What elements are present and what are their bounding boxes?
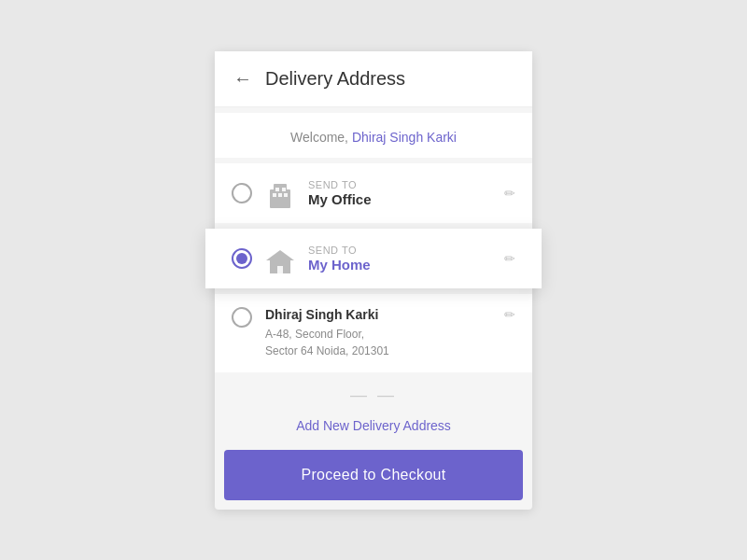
manual-address-info: Dhiraj Singh Karki A-48, Second Floor, S…	[265, 307, 491, 359]
welcome-name: Dhiraj Singh Karki	[352, 130, 457, 145]
checkout-button[interactable]: Proceed to Checkout	[224, 450, 523, 500]
manual-address-option[interactable]: Dhiraj Singh Karki A-48, Second Floor, S…	[215, 294, 532, 372]
manual-address-line2: Sector 64 Noida, 201301	[265, 343, 491, 359]
radio-home[interactable]	[232, 248, 252, 269]
office-address-name: My Office	[308, 191, 491, 207]
home-edit-icon[interactable]: ✏	[504, 251, 515, 266]
radio-manual[interactable]	[232, 307, 252, 328]
radio-home-inner	[236, 253, 247, 264]
divider: — —	[215, 378, 532, 409]
building-icon	[265, 178, 295, 208]
home-address-info: SEND TO My Home	[308, 245, 491, 273]
card-header: ← Delivery Address	[215, 51, 532, 107]
add-address-button[interactable]: Add New Delivery Address	[215, 409, 532, 446]
house-icon	[265, 244, 295, 273]
home-send-to-label: SEND TO	[308, 245, 491, 256]
office-address-info: SEND TO My Office	[308, 179, 491, 207]
address-option-office[interactable]: SEND TO My Office ✏	[215, 163, 532, 223]
page-title: Delivery Address	[265, 68, 405, 90]
welcome-section: Welcome, Dhiraj Singh Karki	[215, 113, 532, 158]
office-edit-icon[interactable]: ✏	[504, 186, 515, 201]
welcome-text: Welcome,	[290, 130, 352, 145]
delivery-address-card: ← Delivery Address Welcome, Dhiraj Singh…	[215, 51, 532, 510]
home-address-name: My Home	[308, 257, 491, 273]
manual-address-line1: A-48, Second Floor,	[265, 326, 491, 343]
manual-edit-icon[interactable]: ✏	[504, 307, 515, 322]
address-option-home[interactable]: SEND TO My Home ✏	[205, 229, 542, 288]
manual-address-name: Dhiraj Singh Karki	[265, 307, 491, 322]
back-button[interactable]: ←	[233, 68, 252, 90]
office-send-to-label: SEND TO	[308, 179, 491, 190]
radio-office[interactable]	[232, 183, 252, 203]
